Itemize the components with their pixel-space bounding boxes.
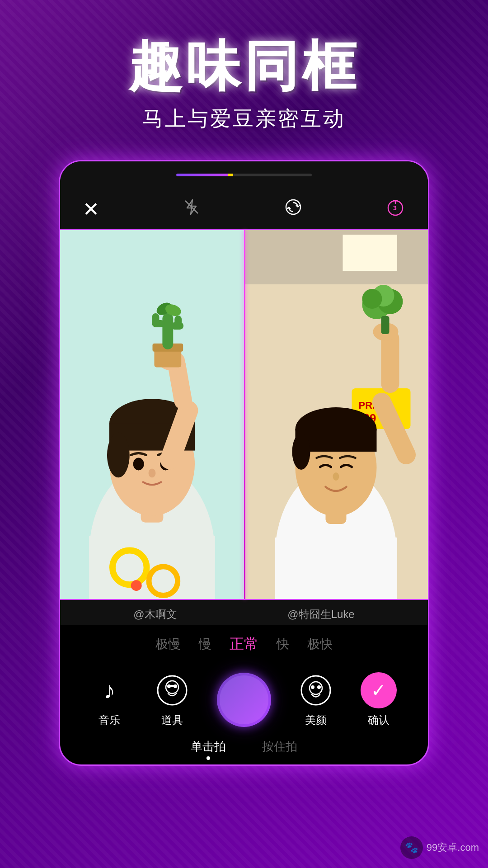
svg-text:3: 3: [393, 204, 397, 212]
speed-option-man[interactable]: 慢: [199, 636, 211, 653]
username-row: @木啊文 @特囧生Luke: [60, 600, 428, 625]
shutter-mode-single[interactable]: 单击拍: [191, 739, 226, 760]
confirm-check-icon: ✓: [371, 680, 386, 701]
page-container: 趣味同框 马上与爱豆亲密互动 ✕: [0, 0, 488, 868]
flash-icon[interactable]: [183, 198, 201, 220]
watermark: 🐾 99安卓.com: [400, 836, 479, 859]
music-label: 音乐: [99, 713, 120, 727]
confirm-button[interactable]: ✓ 确认: [361, 672, 397, 727]
timer-icon[interactable]: 3: [385, 197, 405, 221]
props-label: 道具: [161, 713, 183, 727]
speed-option-jiman[interactable]: 极慢: [155, 636, 181, 653]
svg-rect-23: [162, 313, 173, 349]
speed-option-normal[interactable]: 正常: [230, 634, 258, 654]
shutter-button[interactable]: [217, 673, 271, 727]
watermark-icon: 🐾: [400, 836, 423, 859]
photo-left: [60, 230, 244, 599]
progress-bar-container: [176, 174, 312, 176]
shutter-circle[interactable]: [217, 673, 271, 727]
svg-rect-31: [244, 230, 428, 284]
props-button[interactable]: 道具: [154, 672, 190, 727]
svg-point-53: [158, 676, 187, 705]
confirm-label: 确认: [368, 713, 389, 727]
svg-point-43: [292, 434, 310, 470]
sub-title: 马上与爱豆亲密互动: [128, 105, 360, 133]
svg-point-57: [301, 676, 330, 705]
svg-point-14: [107, 433, 130, 478]
photo-right: PRICE $9: [244, 230, 428, 599]
progress-bar-fill: [176, 174, 230, 176]
controls-row: ♪ 音乐 道具: [60, 663, 428, 732]
shutter-mode-row: 单击拍 按住拍: [60, 739, 428, 760]
beauty-label: 美颜: [305, 713, 327, 727]
svg-point-60: [317, 685, 321, 689]
svg-point-9: [131, 580, 142, 591]
speed-option-kuai[interactable]: 快: [277, 636, 289, 653]
music-icon: ♪: [91, 672, 127, 708]
confirm-circle[interactable]: ✓: [361, 672, 397, 708]
props-icon: [154, 672, 190, 708]
camera-toolbar: ✕ 3: [60, 189, 428, 229]
status-bar: [60, 161, 428, 189]
svg-point-56: [174, 684, 177, 688]
svg-rect-27: [174, 316, 182, 328]
flip-icon[interactable]: [284, 198, 302, 220]
svg-rect-32: [343, 235, 397, 271]
beauty-button[interactable]: 美颜: [298, 672, 334, 727]
svg-point-15: [133, 458, 144, 471]
main-title: 趣味同框: [128, 36, 360, 96]
progress-dot: [228, 174, 233, 176]
music-button[interactable]: ♪ 音乐: [91, 672, 127, 727]
active-mode-indicator: [206, 756, 210, 760]
svg-point-44: [333, 472, 339, 481]
phone-mockup: ✕ 3: [59, 160, 429, 766]
shutter-mode-hold[interactable]: 按住拍: [262, 739, 297, 760]
photo-divider: [244, 230, 245, 599]
beauty-icon: [298, 672, 334, 708]
svg-rect-38: [275, 538, 397, 599]
photo-split: PRICE $9: [60, 229, 428, 600]
title-section: 趣味同框 马上与爱豆亲密互动: [128, 36, 360, 133]
speed-row: 极慢 慢 正常 快 极快: [60, 634, 428, 654]
speed-option-jikuai[interactable]: 极快: [307, 636, 333, 653]
right-username: @特囧生Luke: [287, 607, 354, 622]
svg-rect-52: [381, 316, 389, 334]
svg-point-17: [149, 468, 156, 477]
svg-point-51: [362, 289, 382, 309]
close-icon[interactable]: ✕: [83, 198, 99, 221]
svg-point-55: [167, 684, 171, 688]
watermark-text: 99安卓.com: [427, 841, 479, 854]
left-username: @木啊文: [133, 607, 177, 622]
svg-rect-25: [152, 313, 160, 326]
svg-point-59: [311, 685, 314, 689]
